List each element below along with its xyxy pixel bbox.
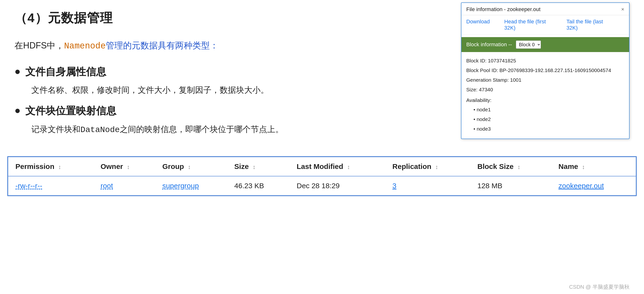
sort-icon-block-size[interactable]: ↕	[518, 164, 520, 170]
block-pool-id: Block Pool ID: BP-207698339-192.168.227.…	[466, 66, 624, 75]
desc-namenode: Namenode	[64, 41, 106, 51]
block-size-info: Size: 47340	[466, 85, 624, 95]
bullet2-datanode: DataNode	[80, 125, 120, 134]
table-header-row: Permission ↕ Owner ↕ Group ↕ Size ↕	[8, 157, 636, 176]
dialog-head-link[interactable]: Head the file (first 32K)	[504, 19, 552, 31]
bullet-section-1: ● 文件自身属性信息 文件名称、权限，修改时间，文件大小，复制因子，数据块大小。	[14, 65, 443, 97]
cell-owner: root	[93, 176, 155, 195]
avail-node-2: node2	[474, 114, 624, 124]
filename-link[interactable]: zookeeper.out	[558, 182, 604, 190]
col-last-modified: Last Modified ↕	[290, 157, 385, 176]
bullet-dot-1: ●	[14, 65, 20, 77]
block-select[interactable]: Block 0	[516, 41, 541, 49]
cell-size: 46.23 KB	[227, 176, 290, 195]
bullet-desc-1: 文件名称、权限，修改时间，文件大小，复制因子，数据块大小。	[31, 83, 443, 97]
footer: CSDN @ 半脑盛夏学脑秋	[569, 283, 630, 291]
sort-icon-group[interactable]: ↕	[188, 164, 191, 170]
dialog-actions: Download Head the file (first 32K) Tail …	[462, 15, 629, 35]
dialog-title-bar: File information - zookeeper.out ×	[462, 3, 629, 15]
file-table: Permission ↕ Owner ↕ Group ↕ Size ↕	[8, 157, 636, 196]
dialog-info: Block ID: 1073741825 Block Pool ID: BP-2…	[462, 52, 629, 139]
col-permission: Permission ↕	[8, 157, 93, 176]
permission-value: -rw-r--r--	[16, 182, 42, 190]
col-owner: Owner ↕	[93, 157, 155, 176]
table-wrapper: Permission ↕ Owner ↕ Group ↕ Size ↕	[7, 156, 637, 196]
availability-label: Availability:	[466, 95, 624, 105]
desc-prefix: 在HDFS中，	[14, 41, 64, 50]
avail-node-1: node1	[474, 105, 624, 114]
desc-middle: 管理的元数据具有两种类型：	[106, 41, 218, 50]
bullet2-desc-prefix: 记录文件块和	[31, 125, 80, 134]
cell-name: zookeeper.out	[551, 176, 636, 195]
bullet-title-2: 文件块位置映射信息	[25, 104, 116, 118]
bullet-title-1: 文件自身属性信息	[25, 65, 106, 79]
col-replication: Replication ↕	[385, 157, 470, 176]
dialog-block-bar: Block information -- Block 0	[462, 37, 629, 52]
table-section: Permission ↕ Owner ↕ Group ↕ Size ↕	[0, 156, 644, 206]
bullet-item-1: ● 文件自身属性信息	[14, 65, 443, 79]
replication-link[interactable]: 3	[392, 182, 396, 190]
description: 在HDFS中，Namenode管理的元数据具有两种类型：	[14, 39, 443, 53]
sort-icon-replication[interactable]: ↕	[435, 164, 438, 170]
file-dialog: File information - zookeeper.out × Downl…	[461, 3, 630, 139]
col-name: Name ↕	[551, 157, 636, 176]
sort-icon-last-modified[interactable]: ↕	[347, 164, 350, 170]
sort-icon-owner[interactable]: ↕	[127, 164, 130, 170]
block-info-label: Block information --	[466, 42, 512, 48]
cell-block-size: 128 MB	[470, 176, 551, 195]
dialog-download-link[interactable]: Download	[466, 19, 490, 31]
table-row: -rw-r--r-- root supergroup 46.23 KB Dec …	[8, 176, 636, 195]
sort-icon-size[interactable]: ↕	[253, 164, 256, 170]
cell-permission: -rw-r--r--	[8, 176, 93, 195]
cell-group: supergroup	[155, 176, 227, 195]
owner-value: root	[100, 182, 113, 190]
dialog-title: File information - zookeeper.out	[466, 6, 540, 13]
dialog-close-button[interactable]: ×	[621, 7, 624, 12]
avail-node-3: node3	[474, 124, 624, 134]
generation-stamp: Generation Stamp: 1001	[466, 75, 624, 85]
col-block-size: Block Size ↕	[470, 157, 551, 176]
sort-icon-name[interactable]: ↕	[582, 164, 585, 170]
bullet-section-2: ● 文件块位置映射信息 记录文件块和DataNode之间的映射信息，即哪个块位于…	[14, 104, 443, 137]
dialog-tail-link[interactable]: Tail the file (last 32K)	[566, 19, 610, 31]
bullet-item-2: ● 文件块位置映射信息	[14, 104, 443, 118]
bullet-desc-2: 记录文件块和DataNode之间的映射信息，即哪个块位于哪个节点上。	[31, 122, 443, 137]
group-value: supergroup	[162, 182, 199, 190]
col-size: Size ↕	[227, 157, 290, 176]
cell-last-modified: Dec 28 18:29	[290, 176, 385, 195]
block-id: Block ID: 1073741825	[466, 56, 624, 66]
bullet2-desc-suffix: 之间的映射信息，即哪个块位于哪个节点上。	[120, 125, 284, 134]
page-title: （4）元数据管理	[14, 10, 443, 27]
col-group: Group ↕	[155, 157, 227, 176]
cell-replication: 3	[385, 176, 470, 195]
availability-list: node1 node2 node3	[474, 105, 624, 134]
sort-icon-permission[interactable]: ↕	[58, 164, 61, 170]
bullet-dot-2: ●	[14, 104, 20, 116]
